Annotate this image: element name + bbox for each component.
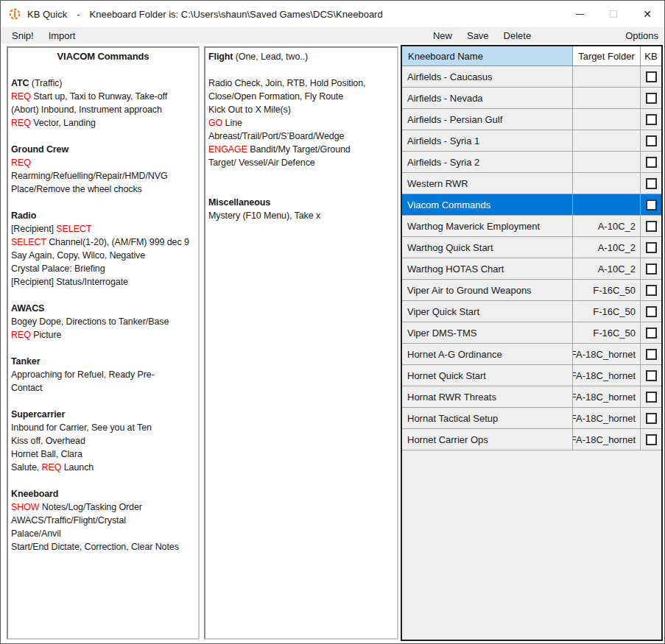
table-row[interactable]: Hornat Tactical SetupFA-18C_hornet	[402, 408, 661, 429]
panel-line: Approaching for Refuel, Ready Pre-	[11, 368, 195, 381]
target-folder-cell[interactable]	[573, 152, 641, 172]
kneeboard-name-cell[interactable]: Airfields - Nevada	[402, 88, 573, 108]
table-row[interactable]: Western RWR	[402, 173, 661, 194]
kneeboard-name-cell[interactable]: Airfields - Syria 1	[402, 130, 573, 151]
target-folder-cell[interactable]	[573, 173, 641, 194]
kb-cell	[641, 152, 661, 172]
table-row[interactable]: Warthog Maverick EmploymentA-10C_2	[402, 216, 661, 237]
target-folder-cell[interactable]: FA-18C_hornet	[573, 429, 641, 450]
kneeboard-name-cell[interactable]: Warthog Quick Start	[402, 237, 573, 258]
kb-checkbox[interactable]	[646, 221, 657, 232]
kneeboard-name-cell[interactable]: Warthog HOTAS Chart	[402, 258, 573, 279]
kb-checkbox[interactable]	[646, 114, 657, 125]
kb-checkbox[interactable]	[646, 285, 657, 296]
target-folder-cell[interactable]: A-10C_2	[573, 237, 641, 258]
panel-line: ENGAGE Bandit/My Target/Ground	[208, 143, 394, 156]
close-button[interactable]: ✕	[630, 1, 664, 27]
table-row[interactable]: Airfields - Nevada	[402, 88, 661, 109]
kb-checkbox[interactable]	[646, 199, 657, 210]
panel-line: GO Line	[208, 116, 394, 130]
panel-line: Supercarrier	[11, 408, 195, 421]
menu-save[interactable]: Save	[460, 27, 496, 43]
table-row[interactable]: Viacom Commands	[402, 194, 661, 216]
target-folder-cell[interactable]	[573, 130, 641, 151]
kneeboard-name-cell[interactable]: Hornat RWR Threats	[402, 386, 573, 407]
kb-checkbox[interactable]	[646, 242, 657, 253]
kb-checkbox[interactable]	[646, 71, 657, 82]
kneeboard-name-cell[interactable]: Viper DMS-TMS	[402, 322, 573, 343]
kneeboard-name-cell[interactable]: Hornet Quick Start	[402, 365, 573, 386]
table-row[interactable]: Viper Air to Ground WeaponsF-16C_50	[402, 280, 661, 301]
panel-line	[11, 474, 195, 487]
target-folder-cell[interactable]: FA-18C_hornet	[573, 365, 641, 386]
table-row[interactable]: Hornet Quick StartFA-18C_hornet	[402, 365, 661, 386]
target-folder-cell[interactable]	[573, 88, 641, 108]
kb-checkbox[interactable]	[646, 306, 657, 317]
kneeboard-name-cell[interactable]: Viper Quick Start	[402, 301, 573, 322]
panel-line: Inbound for Carrier, See you at Ten	[11, 421, 195, 434]
target-folder-cell[interactable]: F-16C_50	[573, 322, 641, 343]
kneeboard-name-cell[interactable]: Airfields - Caucasus	[402, 66, 573, 87]
kb-checkbox[interactable]	[646, 157, 657, 168]
menu-new[interactable]: New	[426, 27, 460, 43]
table-row[interactable]: Hornat RWR ThreatsFA-18C_hornet	[402, 386, 661, 408]
target-folder-cell[interactable]: F-16C_50	[573, 301, 641, 322]
target-folder-cell[interactable]: FA-18C_hornet	[573, 344, 641, 364]
kb-checkbox[interactable]	[646, 349, 657, 360]
menu-snip[interactable]: Snip!	[1, 27, 41, 43]
target-folder-cell[interactable]: A-10C_2	[573, 258, 641, 279]
table-row[interactable]: Warthog HOTAS ChartA-10C_2	[402, 258, 661, 280]
kb-checkbox[interactable]	[646, 392, 657, 403]
kneeboard-name-cell[interactable]: Hornet Carrier Ops	[402, 429, 573, 450]
menu-options[interactable]: Options	[618, 27, 664, 43]
panel-line: REQ Picture	[11, 328, 195, 342]
menu-import[interactable]: Import	[41, 27, 83, 43]
minimize-button[interactable]	[563, 1, 597, 27]
main-content: VIACOM Commands ATC (Traffic)REQ Start u…	[1, 43, 664, 644]
kneeboard-name-cell[interactable]: Hornat Tactical Setup	[402, 408, 573, 428]
table-row[interactable]: Airfields - Caucasus	[402, 66, 661, 88]
maximize-button[interactable]	[597, 1, 630, 27]
target-folder-cell[interactable]: A-10C_2	[573, 216, 641, 236]
kb-checkbox[interactable]	[646, 93, 657, 104]
kneeboard-name-cell[interactable]: Warthog Maverick Employment	[402, 216, 573, 236]
target-folder-cell[interactable]	[573, 194, 641, 215]
target-folder-cell[interactable]: F-16C_50	[573, 280, 641, 300]
kneeboard-name-cell[interactable]: Viper Air to Ground Weapons	[402, 280, 573, 300]
menu-delete[interactable]: Delete	[496, 27, 539, 43]
kneeboard-name-cell[interactable]: Airfields - Persian Gulf	[402, 109, 573, 130]
target-folder-cell[interactable]: FA-18C_hornet	[573, 408, 641, 428]
table-row[interactable]: Airfields - Syria 2	[402, 152, 661, 173]
panel-line: Hornet Ball, Clara	[11, 447, 195, 461]
target-folder-cell[interactable]	[573, 109, 641, 130]
kneeboard-name-cell[interactable]: Viacom Commands	[402, 194, 573, 215]
table-row[interactable]: Warthog Quick StartA-10C_2	[402, 237, 661, 258]
column-header-target-folder[interactable]: Target Folder	[573, 46, 641, 66]
target-folder-cell[interactable]	[573, 66, 641, 87]
kb-checkbox[interactable]	[646, 328, 657, 339]
table-row[interactable]: Viper Quick StartF-16C_50	[402, 301, 661, 322]
column-header-kneeboard-name[interactable]: Kneeboard Name	[402, 46, 573, 66]
kb-checkbox[interactable]	[646, 135, 657, 146]
target-folder-cell[interactable]: FA-18C_hornet	[573, 386, 641, 407]
kb-checkbox[interactable]	[646, 263, 657, 275]
kneeboard-name-cell[interactable]: Airfields - Syria 2	[402, 152, 573, 172]
table-row[interactable]: Airfields - Syria 1	[402, 130, 661, 152]
kb-checkbox[interactable]	[646, 413, 657, 424]
folder-path-label: Kneeboard Folder is: C:\Users\shaun\Save…	[90, 9, 383, 20]
kb-cell	[641, 280, 661, 300]
kb-cell	[641, 258, 661, 279]
kb-checkbox[interactable]	[646, 370, 657, 381]
panel-line: REQ Start up, Taxi to Runway, Take-off	[11, 90, 195, 103]
kb-checkbox[interactable]	[646, 178, 657, 189]
kb-cell	[641, 88, 661, 108]
column-header-kb[interactable]: KB	[641, 46, 661, 66]
kb-checkbox[interactable]	[646, 434, 657, 445]
kneeboard-name-cell[interactable]: Hornet A-G Ordinance	[402, 344, 573, 364]
panel-line: Radio Check, Join, RTB, Hold Position,	[208, 77, 394, 90]
table-row[interactable]: Hornet A-G OrdinanceFA-18C_hornet	[402, 344, 661, 365]
table-row[interactable]: Viper DMS-TMSF-16C_50	[402, 322, 661, 344]
kneeboard-name-cell[interactable]: Western RWR	[402, 173, 573, 194]
table-row[interactable]: Hornet Carrier OpsFA-18C_hornet	[402, 429, 661, 450]
table-row[interactable]: Airfields - Persian Gulf	[402, 109, 661, 130]
